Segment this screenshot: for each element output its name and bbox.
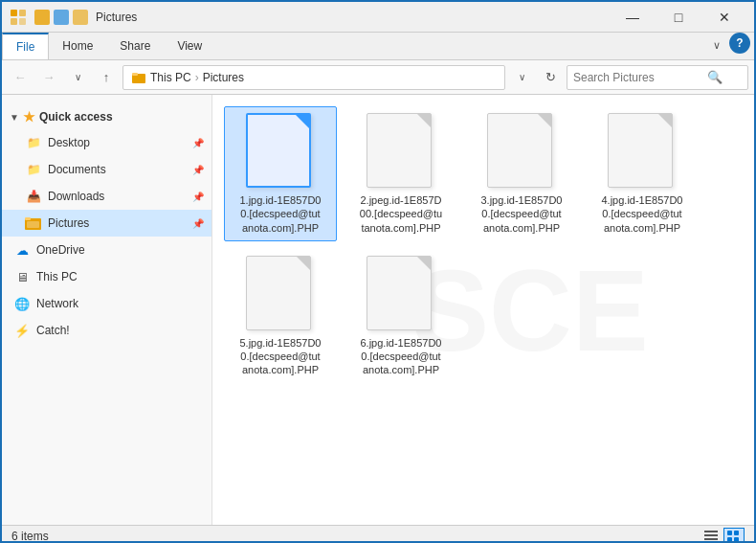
desktop-pin-icon: 📌	[192, 138, 204, 148]
file-item[interactable]: 3.jpg.id-1E857D00.[decspeed@tutanota.com…	[465, 106, 578, 241]
window-title: Pictures	[96, 11, 611, 24]
sidebar-item-pictures[interactable]: Pictures 📌	[2, 210, 211, 237]
sidebar-documents-label: Documents	[48, 163, 106, 176]
sidebar-downloads-label: Downloads	[48, 190, 104, 203]
svg-rect-11	[704, 538, 718, 540]
svg-rect-5	[132, 73, 138, 76]
sidebar: ▼ ★ Quick access 📁 Desktop 📌 📁 Documents…	[2, 95, 212, 525]
main-area: ▼ ★ Quick access 📁 Desktop 📌 📁 Documents…	[2, 95, 754, 525]
maximize-button[interactable]: □	[656, 2, 700, 33]
svg-rect-15	[734, 537, 739, 542]
sidebar-thispc-label: This PC	[36, 270, 78, 283]
ribbon-tabs: File Home Share View ∨ ?	[2, 33, 754, 59]
downloads-folder-icon: 📥	[25, 188, 42, 205]
status-bar: 6 items	[2, 525, 754, 543]
sidebar-pictures-label: Pictures	[48, 216, 89, 230]
file-item[interactable]: 2.jpeg.id-1E857D00.[decspeed@tutanota.co…	[345, 106, 457, 241]
address-dropdown-btn[interactable]: ∨	[509, 65, 534, 90]
sidebar-item-desktop[interactable]: 📁 Desktop 📌	[2, 129, 211, 156]
file-name-6: 6.jpg.id-1E857D00.[decspeed@tutanota.com…	[360, 336, 441, 377]
file-item[interactable]: 1.jpg.id-1E857D00.[decspeed@tutanota.com…	[224, 106, 337, 241]
list-view-button[interactable]	[700, 528, 722, 544]
tab-view[interactable]: View	[164, 33, 215, 59]
file-item[interactable]: 5.jpg.id-1E857D00.[decspeed@tutanota.com…	[224, 249, 337, 384]
file-icon-5	[246, 256, 315, 332]
file-icon-3	[487, 113, 556, 190]
title-bar-buttons: — □ ✕	[611, 2, 746, 33]
file-icon-4	[608, 113, 677, 190]
onedrive-icon: ☁	[13, 241, 31, 259]
file-icon-6	[367, 256, 435, 332]
svg-rect-9	[704, 531, 718, 532]
help-button[interactable]: ?	[729, 33, 750, 54]
sidebar-item-network[interactable]: 🌐 Network	[2, 290, 211, 317]
file-name-5: 5.jpg.id-1E857D00.[decspeed@tutanota.com…	[239, 336, 321, 377]
pictures-pin-icon: 📌	[192, 218, 204, 229]
close-button[interactable]: ✕	[702, 2, 746, 33]
documents-folder-icon: 📁	[25, 161, 42, 178]
desktop-folder-icon: 📁	[25, 134, 42, 151]
file-name-3: 3.jpg.id-1E857D00.[decspeed@tutanota.com…	[480, 193, 562, 235]
file-name-1: 1.jpg.id-1E857D00.[decspeed@tutanota.com…	[239, 193, 321, 235]
sidebar-item-catch[interactable]: ⚡ Catch!	[2, 317, 211, 344]
quick-access-chevron: ▼	[10, 112, 19, 123]
sidebar-onedrive-label: OneDrive	[36, 243, 85, 257]
sidebar-item-thispc[interactable]: 🖥 This PC	[2, 263, 211, 290]
path-part-pictures: Pictures	[203, 71, 244, 84]
file-name-2: 2.jpeg.id-1E857D00.[decspeed@tutanota.co…	[360, 193, 442, 235]
quick-access-star-icon: ★	[23, 109, 35, 124]
thispc-icon: 🖥	[13, 268, 31, 285]
ribbon: File Home Share View ∨ ?	[2, 33, 754, 60]
sidebar-catch-label: Catch!	[36, 324, 70, 337]
tab-file[interactable]: File	[2, 33, 49, 59]
downloads-pin-icon: 📌	[192, 192, 204, 202]
svg-rect-10	[704, 534, 718, 536]
large-icons-view-button[interactable]	[723, 528, 745, 544]
svg-rect-12	[727, 531, 732, 535]
refresh-button[interactable]: ↻	[538, 65, 563, 90]
catch-icon: ⚡	[13, 322, 31, 339]
path-part-thispc: This PC	[150, 71, 191, 84]
title-bar: Pictures — □ ✕	[2, 2, 754, 33]
address-path[interactable]: This PC › Pictures	[122, 65, 505, 90]
svg-rect-7	[25, 217, 31, 220]
quick-access-section[interactable]: ▼ ★ Quick access	[2, 102, 211, 129]
quick-access-label: Quick access	[39, 110, 113, 124]
documents-pin-icon: 📌	[192, 165, 204, 175]
svg-rect-3	[19, 18, 26, 25]
search-box[interactable]: 🔍	[567, 65, 748, 90]
search-icon: 🔍	[707, 70, 723, 84]
svg-rect-0	[11, 10, 17, 16]
file-item[interactable]: 4.jpg.id-1E857D00.[decspeed@tutanota.com…	[586, 106, 699, 241]
svg-rect-2	[11, 18, 17, 25]
file-item[interactable]: 6.jpg.id-1E857D00.[decspeed@tutanota.com…	[345, 249, 457, 384]
svg-rect-14	[727, 537, 732, 542]
tab-home[interactable]: Home	[49, 33, 106, 59]
item-count: 6 items	[11, 530, 49, 543]
forward-button[interactable]: →	[36, 65, 61, 90]
sidebar-item-onedrive[interactable]: ☁ OneDrive	[2, 237, 211, 263]
minimize-button[interactable]: —	[611, 2, 655, 33]
search-input[interactable]	[573, 71, 707, 84]
sidebar-desktop-label: Desktop	[48, 136, 90, 149]
file-icon-2	[367, 113, 435, 190]
content-area: SCE 1.jpg.id-1E857D00.[decspeed@tutanota…	[212, 95, 754, 525]
files-grid: 1.jpg.id-1E857D00.[decspeed@tutanota.com…	[224, 106, 743, 384]
tab-share[interactable]: Share	[106, 33, 164, 59]
window-icon	[10, 8, 29, 27]
file-name-4: 4.jpg.id-1E857D00.[decspeed@tutanota.com…	[601, 193, 682, 235]
file-icon-1	[246, 113, 315, 190]
address-bar: ← → ∨ ↑ This PC › Pictures ∨ ↻ 🔍	[2, 60, 754, 95]
view-buttons	[700, 528, 745, 544]
sidebar-item-documents[interactable]: 📁 Documents 📌	[2, 156, 211, 183]
folder-path-icon	[131, 70, 146, 85]
svg-rect-8	[27, 221, 39, 228]
back-button[interactable]: ←	[8, 65, 33, 90]
ribbon-chevron[interactable]: ∨	[704, 33, 729, 57]
sidebar-network-label: Network	[36, 297, 78, 310]
up-button[interactable]: ↑	[94, 65, 119, 90]
sidebar-item-downloads[interactable]: 📥 Downloads 📌	[2, 183, 211, 210]
dropdown-button[interactable]: ∨	[65, 65, 90, 90]
network-icon: 🌐	[13, 295, 31, 312]
pictures-folder-icon	[25, 215, 42, 232]
